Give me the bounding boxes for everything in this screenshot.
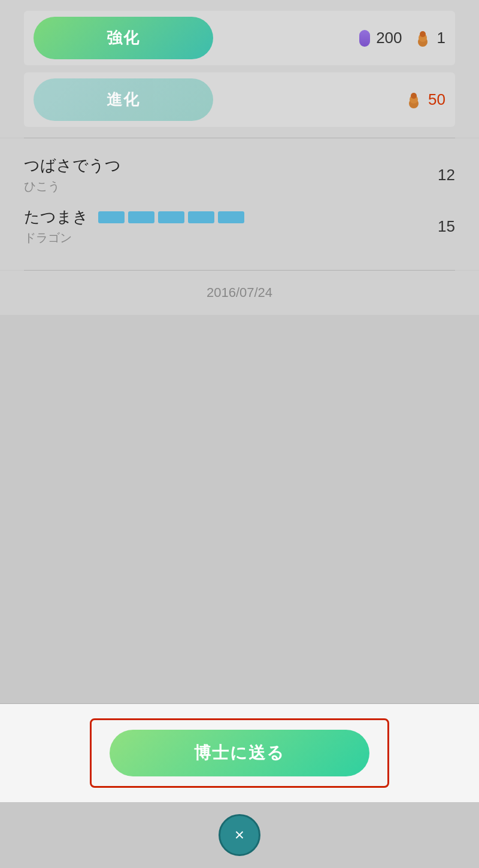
moves-section: つばさでうつ ひこう 12 たつまき ドラゴン 1 [0, 138, 479, 270]
charge-bar-3 [158, 211, 184, 223]
evolve-candy-cost-item: 50 [405, 90, 445, 109]
move1-info: つばさでうつ ひこう [24, 155, 121, 195]
move2-name: たつまき [24, 207, 89, 227]
strengthen-button[interactable]: 強化 [34, 17, 213, 59]
move1-row: つばさでうつ ひこう 12 [24, 155, 455, 195]
transfer-section: 博士に送る [0, 704, 479, 802]
move1-name: つばさでうつ [24, 155, 121, 176]
move2-power: 15 [438, 217, 455, 236]
svg-point-5 [411, 93, 417, 99]
move2-row: たつまき ドラゴン 15 [24, 207, 455, 246]
date-section: 2016/07/24 [0, 271, 479, 315]
empty-area [0, 315, 479, 703]
candy-icon [414, 30, 431, 47]
evolve-cost: 50 [405, 90, 445, 109]
move1-power: 12 [438, 166, 455, 184]
transfer-button[interactable]: 博士に送る [110, 730, 369, 776]
strengthen-row: 強化 200 1 [24, 11, 455, 65]
charge-bar-1 [98, 211, 125, 223]
move1-type: ひこう [24, 178, 121, 195]
evolve-row: 進化 50 [24, 72, 455, 127]
evolve-candy-cost-value: 50 [428, 90, 445, 109]
action-buttons-section: 強化 200 1 進化 [0, 0, 479, 138]
candy-cost-value: 1 [437, 29, 445, 47]
move2-type: ドラゴン [24, 230, 244, 246]
charge-bar-4 [188, 211, 214, 223]
move2-name-bars: たつまき [24, 207, 244, 227]
main-screen: 強化 200 1 進化 [0, 0, 479, 868]
evolve-candy-icon [405, 92, 422, 108]
evolve-button[interactable]: 進化 [34, 78, 213, 121]
move2-info: たつまき ドラゴン [24, 207, 244, 246]
charge-bar-5 [218, 211, 244, 223]
transfer-highlight-box: 博士に送る [90, 718, 389, 788]
close-icon: × [235, 825, 244, 845]
stardust-icon [359, 30, 370, 47]
strengthen-cost: 200 1 [359, 29, 445, 47]
charge-bar-2 [128, 211, 154, 223]
caught-date: 2016/07/24 [207, 285, 272, 300]
candy-cost-item: 1 [414, 29, 445, 47]
svg-point-2 [420, 31, 426, 37]
stardust-cost-value: 200 [376, 29, 402, 47]
charge-bars [98, 211, 244, 223]
stardust-cost-item: 200 [359, 29, 402, 47]
close-section: × [0, 802, 479, 868]
close-button[interactable]: × [219, 814, 260, 856]
